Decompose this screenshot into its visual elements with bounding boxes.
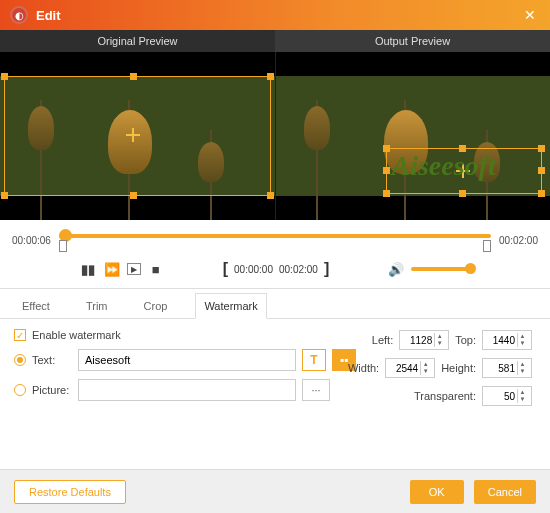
seek-track[interactable] [59,226,491,254]
edit-window: ◐ Edit ✕ Original Preview Output Preview [0,0,550,513]
position-panel: Left: ▲▼ Top: ▲▼ Width: ▲▼ Height: ▲▼ Tr… [348,330,532,414]
window-title: Edit [36,8,520,23]
watermark-picture-input[interactable] [78,379,296,401]
cancel-button[interactable]: Cancel [474,480,536,504]
current-time-label: 00:00:06 [12,235,51,246]
tab-effect[interactable]: Effect [14,294,58,318]
tab-crop[interactable]: Crop [136,294,176,318]
total-time-label: 00:02:00 [499,235,538,246]
left-spinner[interactable]: ▲▼ [399,330,449,350]
ok-button[interactable]: OK [410,480,464,504]
restore-defaults-button[interactable]: Restore Defaults [14,480,126,504]
original-preview-pane[interactable] [0,52,276,220]
crosshair-icon [126,128,140,142]
volume-slider[interactable] [411,267,471,271]
height-label: Height: [441,362,476,374]
height-spinner[interactable]: ▲▼ [482,358,532,378]
enable-watermark-checkbox[interactable]: ✓ [14,329,26,341]
width-spinner[interactable]: ▲▼ [385,358,435,378]
enable-watermark-label: Enable watermark [32,329,121,341]
preview-header: Original Preview Output Preview [0,30,550,52]
preview-area: Aiseesoft [0,52,550,220]
step-icon[interactable]: ▶ [127,263,141,275]
width-label: Width: [348,362,379,374]
titlebar: ◐ Edit ✕ [0,0,550,30]
watermark-text-input[interactable] [78,349,296,371]
output-preview-label: Output Preview [275,30,550,52]
range-end-bracket-icon[interactable]: ] [324,260,329,278]
top-label: Top: [455,334,476,346]
original-preview-label: Original Preview [0,30,275,52]
text-radio-label: Text: [32,354,72,366]
fast-forward-icon[interactable]: ⏩ [103,260,121,278]
app-logo-icon: ◐ [10,6,28,24]
transparent-label: Transparent: [414,390,476,402]
tab-trim[interactable]: Trim [78,294,116,318]
playback-controls: ▮▮ ⏩ ▶ ■ [ 00:00:00 00:02:00 ] 🔊 [0,258,550,289]
stop-icon[interactable]: ■ [147,260,165,278]
left-label: Left: [372,334,393,346]
pause-icon[interactable]: ▮▮ [79,260,97,278]
picture-radio-label: Picture: [32,384,72,396]
transparent-spinner[interactable]: ▲▼ [482,386,532,406]
range-start-marker[interactable] [59,240,67,252]
range-end-time: 00:02:00 [279,264,318,275]
volume-icon[interactable]: 🔊 [387,260,405,278]
output-preview-pane[interactable]: Aiseesoft [276,52,551,220]
footer: Restore Defaults OK Cancel [0,469,550,513]
range-start-bracket-icon[interactable]: [ [223,260,228,278]
watermark-preview-text: Aiseesoft [392,150,496,182]
picture-radio[interactable] [14,384,26,396]
range-end-marker[interactable] [483,240,491,252]
range-start-time: 00:00:00 [234,264,273,275]
text-style-icon[interactable]: T [302,349,326,371]
timeline: 00:00:06 00:02:00 [0,220,550,258]
tabs: Effect Trim Crop Watermark [0,289,550,319]
browse-picture-button[interactable]: ··· [302,379,330,401]
close-icon[interactable]: ✕ [520,5,540,25]
top-spinner[interactable]: ▲▼ [482,330,532,350]
tab-watermark[interactable]: Watermark [195,293,266,319]
text-radio[interactable] [14,354,26,366]
